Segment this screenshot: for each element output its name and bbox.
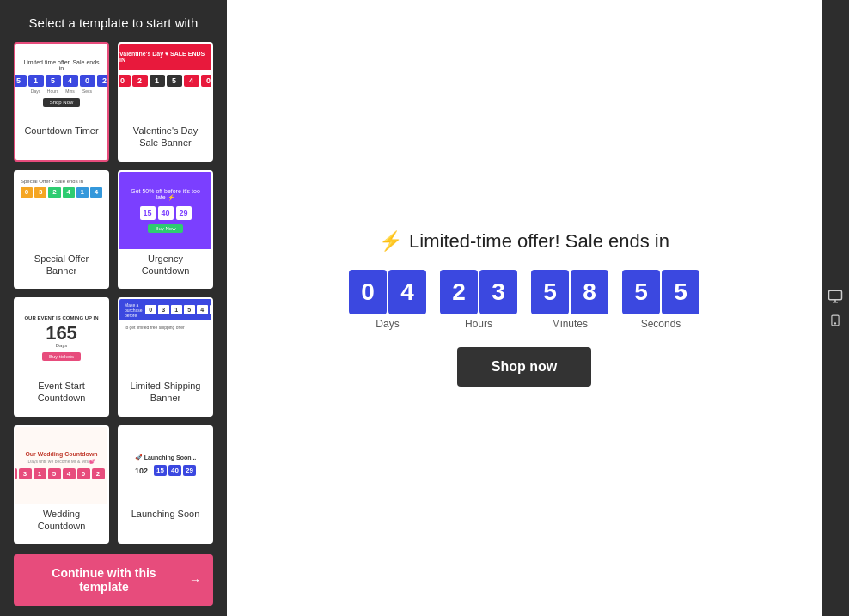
preview-title: ⚡ Limited-time offer! Sale ends in (379, 230, 669, 253)
wed-box: 5 (48, 468, 61, 479)
tlabel: Days (28, 88, 44, 94)
preview-hours-box1: 2 (440, 270, 478, 314)
ship-box: 3 (158, 305, 169, 314)
val-nums: 0 2 1 5 4 0 (119, 75, 211, 87)
sp-box: 4 (63, 187, 75, 198)
preview-timer-hours: 2 3 Hours (440, 270, 517, 330)
tlabel: Secs (80, 88, 95, 94)
template-card-shipping[interactable]: Make a purchase before 0 3 1 5 4 0 to ge… (118, 297, 213, 417)
preview-seconds-box1: 5 (622, 270, 660, 314)
sidebar: Select a template to start with Limited … (0, 0, 227, 616)
preview-seconds-boxes: 5 5 (622, 270, 699, 314)
ev-days: Days (56, 343, 68, 348)
preview-days-label: Days (376, 318, 399, 330)
thumb-box: 4 (63, 75, 78, 87)
template-thumb-event: OUR EVENT IS COMING UP IN 165 Days Buy t… (15, 299, 107, 376)
wed-box: 9 (107, 468, 108, 479)
sp-top-text: Special Offer • Sale ends in (21, 179, 102, 184)
thumb-ltd-text: Limited time offer. Sale ends in (22, 59, 101, 71)
preview-timer-seconds: 5 5 Seconds (622, 270, 699, 330)
ship-box: 5 (184, 305, 195, 314)
urg-nums: 15 40 29 (140, 206, 192, 220)
val-box: 2 (132, 75, 148, 87)
urg-box: 40 (158, 206, 174, 220)
preview-content: ⚡ Limited-time offer! Sale ends in 0 4 D… (349, 230, 699, 387)
template-card-valentines[interactable]: Valentine's Day ♥ SALE ENDS IN 0 2 1 5 4… (118, 42, 213, 162)
template-label-event: Event Start Countdown (15, 376, 107, 410)
continue-arrow-icon: → (189, 573, 201, 587)
desktop-icon[interactable] (826, 287, 845, 306)
sp-box: 2 (48, 187, 60, 198)
template-label-shipping: Limited-Shipping Banner (119, 376, 211, 410)
template-thumb-special: Special Offer • Sale ends in 0 3 2 4 1 4 (15, 172, 107, 249)
template-card-wedding[interactable]: Our Wedding Countdown Days until we beco… (14, 425, 109, 545)
template-card-countdown[interactable]: Limited time offer. Sale ends in 0 5 1 5… (14, 42, 109, 162)
preview-timer-minutes: 5 8 Minutes (531, 270, 608, 330)
val-box: 5 (167, 75, 182, 87)
thumb-timer-labels: Days Hours Mins Secs (28, 88, 95, 94)
preview-seconds-box2: 5 (662, 270, 699, 314)
preview-days-boxes: 0 4 (349, 270, 426, 314)
preview-hours-box2: 3 (479, 270, 517, 314)
thumb-timer-row: 0 5 1 5 4 0 2 9 (15, 75, 107, 87)
urg-btn: Buy Now (148, 224, 182, 233)
template-label-special: Special Offer Banner (15, 249, 107, 283)
template-card-special[interactable]: Special Offer • Sale ends in 0 3 2 4 1 4… (14, 170, 109, 290)
wed-box: 4 (63, 468, 76, 479)
ship-top-text: Make a purchase before (125, 302, 143, 318)
thumb-box: 2 (97, 75, 108, 87)
val-box: 1 (150, 75, 165, 87)
urg-box: 29 (176, 206, 192, 220)
preview-days-box1: 0 (349, 270, 387, 314)
preview-shop-button[interactable]: Shop now (457, 347, 591, 387)
val-top: Valentine's Day ♥ SALE ENDS IN (119, 44, 211, 70)
urg-box: 15 (140, 206, 156, 220)
thumb-box: 5 (46, 75, 61, 87)
template-card-event[interactable]: OUR EVENT IS COMING UP IN 165 Days Buy t… (14, 297, 109, 417)
val-box: 4 (184, 75, 199, 87)
wed-title: Our Wedding Countdown (25, 451, 97, 457)
template-thumb-urgency: Get 50% off before it's too late ⚡ 15 40… (119, 172, 211, 249)
ship-bottom-text: to get limited free shipping offer (119, 320, 211, 334)
val-top-text: Valentine's Day ♥ SALE ENDS IN (119, 51, 211, 63)
template-thumb-launch: 🚀 Launching Soon... 102 15 40 29 (119, 427, 211, 504)
preview-minutes-box1: 5 (531, 270, 569, 314)
thumb-box: 1 (28, 75, 44, 87)
thumb-shop-btn: Shop Now (43, 98, 81, 107)
sp-box: 1 (76, 187, 89, 198)
val-box: 0 (201, 75, 212, 87)
ev-num: 165 (46, 324, 77, 343)
preview-title-text: Limited-time offer! Sale ends in (409, 230, 669, 253)
tlabel: Mins (63, 88, 78, 94)
ev-text: OUR EVENT IS COMING UP IN (24, 315, 98, 320)
wed-sub: Days until we become Mr & Mrs 💕 (28, 459, 95, 464)
wed-box: 1 (34, 468, 46, 479)
template-label-launch: Launching Soon (119, 504, 211, 525)
thumb-box: 0 (80, 75, 95, 87)
mobile-icon[interactable] (826, 311, 845, 330)
wed-nums: 0 3 1 5 4 0 2 9 (15, 468, 107, 479)
template-card-launch[interactable]: 🚀 Launching Soon... 102 15 40 29 Launchi… (118, 425, 213, 545)
preview-minutes-label: Minutes (552, 318, 588, 330)
wed-box: 0 (15, 468, 17, 479)
preview-days-box2: 4 (388, 270, 426, 314)
launch-box: 40 (168, 465, 181, 476)
sp-box: 4 (90, 187, 102, 198)
preview-hours-boxes: 2 3 (440, 270, 517, 314)
template-thumb-shipping: Make a purchase before 0 3 1 5 4 0 to ge… (119, 299, 211, 376)
continue-button[interactable]: Continue with this template → (14, 554, 213, 606)
template-thumb-wedding: Our Wedding Countdown Days until we beco… (15, 427, 107, 504)
val-box: 0 (119, 75, 131, 87)
preview-title-emoji: ⚡ (379, 230, 402, 253)
preview-hours-label: Hours (465, 318, 492, 330)
template-card-urgency[interactable]: Get 50% off before it's too late ⚡ 15 40… (118, 170, 213, 290)
template-label-wedding: Wedding Countdown (15, 504, 107, 538)
ship-box: 4 (197, 305, 208, 314)
launch-box: 29 (183, 465, 196, 476)
thumb-box: 5 (15, 75, 27, 87)
launch-num: 102 (135, 467, 148, 475)
templates-grid: Limited time offer. Sale ends in 0 5 1 5… (0, 42, 227, 544)
preview-minutes-box2: 8 (571, 270, 608, 314)
ship-nums: 0 3 1 5 4 0 (145, 305, 211, 314)
ship-top: Make a purchase before 0 3 1 5 4 0 (119, 299, 211, 320)
